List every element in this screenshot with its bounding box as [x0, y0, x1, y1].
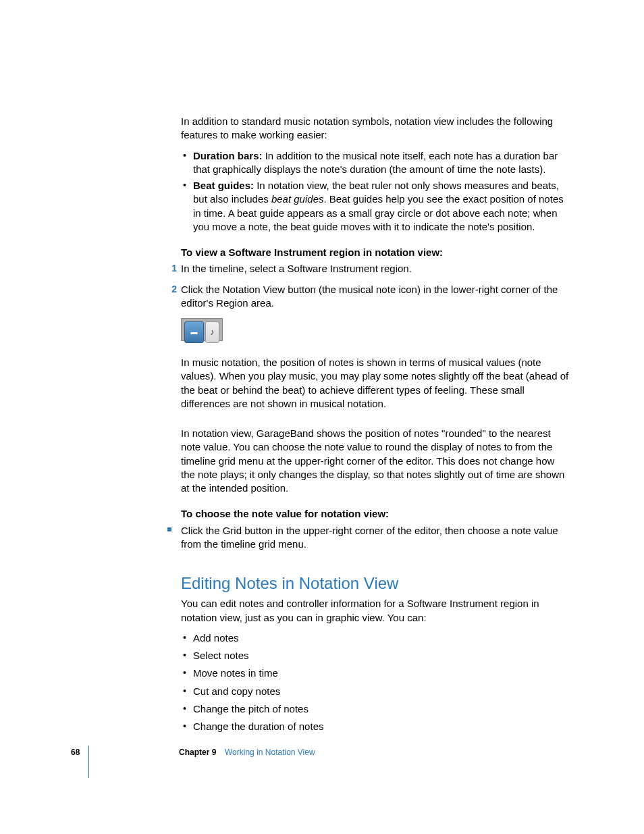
list-item: Move notes in time [181, 667, 571, 680]
list-item: Change the duration of notes [181, 720, 571, 733]
chapter-label: Chapter 9 [179, 747, 216, 758]
intro-paragraph: In addition to standard music notation s… [181, 115, 571, 142]
feature-label: Beat guides: [193, 180, 254, 191]
task1-step2: 2 Click the Notation View button (the mu… [181, 283, 571, 311]
task2-heading: To choose the note value for notation vi… [181, 507, 571, 521]
feature-duration-bars: Duration bars: In addition to the musica… [181, 149, 571, 177]
step-number: 2 [163, 283, 177, 296]
feature-italic: beat guides [271, 193, 324, 205]
footer-rule [88, 746, 89, 778]
step-text: Click the Notation View button (the musi… [181, 284, 558, 309]
list-item: Select notes [181, 649, 571, 662]
feature-beat-guides: Beat guides: In notation view, the beat … [181, 179, 571, 234]
square-bullet-icon [167, 527, 171, 531]
step-number: 1 [163, 262, 177, 275]
chapter-title: Working in Notation View [225, 747, 315, 758]
task1-heading: To view a Software Instrument region in … [181, 246, 571, 259]
edit-actions-list: Add notes Select notes Move notes in tim… [181, 631, 571, 734]
body-paragraph: In notation view, GarageBand shows the p… [181, 427, 571, 495]
feature-label: Duration bars: [193, 150, 263, 161]
step-text: In the timeline, select a Software Instr… [181, 263, 412, 274]
body-paragraph: In music notation, the position of notes… [181, 356, 571, 411]
pianoroll-view-icon: ▬ [184, 321, 204, 343]
list-item: Cut and copy notes [181, 685, 571, 698]
page-content: In addition to standard music notation s… [181, 115, 571, 737]
page-number: 68 [71, 747, 80, 758]
notation-view-button-image: ▬ ♪ [181, 318, 223, 341]
notation-view-icon: ♪ [205, 321, 219, 343]
section-intro: You can edit notes and controller inform… [181, 597, 571, 625]
feature-list: Duration bars: In addition to the musica… [181, 149, 571, 234]
section-heading: Editing Notes in Notation View [181, 573, 571, 594]
list-item: Add notes [181, 631, 571, 645]
step-text: Click the Grid button in the upper-right… [181, 525, 558, 550]
task2-step: Click the Grid button in the upper-right… [181, 524, 571, 552]
task1-step1: 1 In the timeline, select a Software Ins… [181, 262, 571, 276]
list-item: Change the pitch of notes [181, 702, 571, 716]
